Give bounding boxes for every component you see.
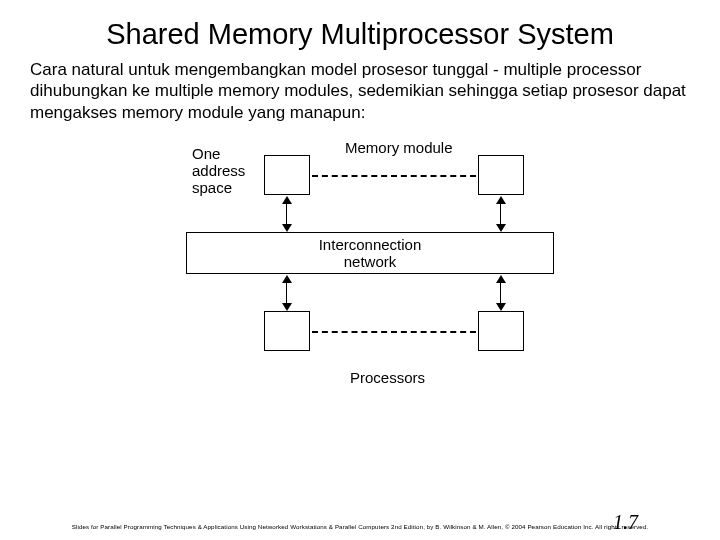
- memory-ellipsis-line: [312, 175, 476, 177]
- interconnect-l2: network: [344, 253, 397, 270]
- slide-footer: Slides for Parallel Programming Techniqu…: [0, 523, 720, 530]
- page-number: 1.7: [613, 511, 638, 534]
- slide-title: Shared Memory Multiprocessor System: [0, 0, 720, 59]
- slide-description: Cara natural untuk mengembangkan model p…: [0, 59, 720, 123]
- memory-box-left: [264, 155, 310, 195]
- arrow-icon: [282, 303, 292, 311]
- interconnect-box: Interconnection network: [186, 232, 554, 274]
- connector-line: [286, 283, 287, 303]
- arrow-icon: [282, 224, 292, 232]
- processor-box-right: [478, 311, 524, 351]
- addr-l1: One: [192, 145, 220, 162]
- connector-line: [500, 283, 501, 303]
- arrow-icon: [496, 196, 506, 204]
- memory-box-right: [478, 155, 524, 195]
- arrow-icon: [282, 275, 292, 283]
- connector-line: [500, 204, 501, 224]
- addr-l2: address: [192, 162, 245, 179]
- processor-box-left: [264, 311, 310, 351]
- arrow-icon: [496, 303, 506, 311]
- address-space-label: One address space: [192, 145, 245, 197]
- interconnect-l1: Interconnection: [319, 236, 422, 253]
- arrow-icon: [496, 224, 506, 232]
- memory-module-label: Memory module: [345, 139, 453, 156]
- arrow-icon: [282, 196, 292, 204]
- arrow-icon: [496, 275, 506, 283]
- connector-line: [286, 204, 287, 224]
- addr-l3: space: [192, 179, 232, 196]
- architecture-diagram: One address space Memory module Intercon…: [0, 123, 720, 423]
- processor-ellipsis-line: [312, 331, 476, 333]
- processors-label: Processors: [350, 369, 425, 386]
